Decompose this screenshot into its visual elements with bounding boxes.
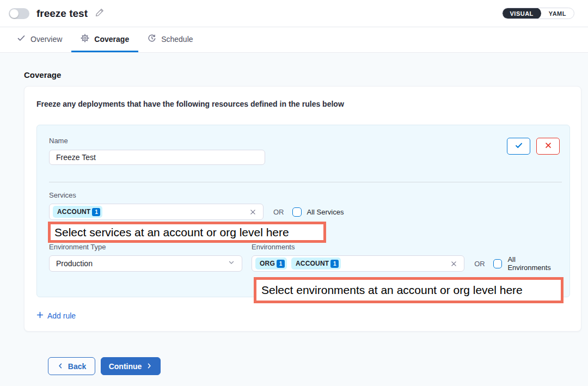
freeze-rule-card: Name: [36, 125, 570, 297]
rule-divider: [49, 182, 562, 182]
clear-services-icon[interactable]: [249, 209, 256, 216]
rule-name-input[interactable]: [49, 150, 265, 165]
or-separator: OR: [273, 208, 284, 216]
continue-label: Continue: [109, 362, 142, 371]
count-badge: 1: [92, 208, 100, 216]
freeze-studio-page: freeze test VISUAL YAML Overview Coverag…: [0, 0, 588, 386]
tab-label: Coverage: [94, 35, 129, 44]
chevron-right-icon: [146, 362, 152, 371]
name-label: Name: [49, 137, 265, 145]
environment-row: Environment Type Production Environments: [49, 243, 560, 272]
pencil-icon: [95, 8, 105, 20]
all-services-checkbox-group[interactable]: All Services: [292, 207, 344, 217]
environments-label: Environments: [252, 243, 560, 251]
gear-icon: [81, 34, 89, 44]
back-button[interactable]: Back: [48, 357, 95, 375]
back-label: Back: [68, 362, 86, 371]
freeze-enable-toggle[interactable]: [9, 8, 29, 19]
check-icon: [17, 34, 26, 44]
services-block: Services ACCOUNT 1 OR: [49, 191, 560, 220]
tab-label: Schedule: [161, 35, 193, 44]
add-rule-label: Add rule: [47, 311, 76, 320]
clear-environments-icon[interactable]: [450, 260, 457, 267]
environments-tag-org[interactable]: ORG 1: [255, 258, 287, 269]
count-badge: 1: [330, 260, 339, 268]
environments-group: Environments ORG 1 ACCOUNT 1: [252, 243, 560, 272]
environment-type-label: Environment Type: [49, 243, 242, 251]
environments-row: ORG 1 ACCOUNT 1: [252, 255, 560, 272]
toggle-knob: [10, 9, 19, 18]
environments-multiselect[interactable]: ORG 1 ACCOUNT 1: [252, 255, 464, 272]
tab-label: Overview: [30, 35, 62, 44]
services-tag-account[interactable]: ACCOUNT 1: [53, 206, 102, 218]
visual-yaml-toggle: VISUAL YAML: [502, 8, 575, 19]
page-title: freeze test: [36, 8, 88, 20]
services-row: ACCOUNT 1 OR All Services: [49, 204, 560, 220]
coverage-description: Freeze any deployments that have the fol…: [36, 100, 569, 108]
environments-tag-account[interactable]: ACCOUNT 1: [291, 258, 341, 269]
visual-toggle-button[interactable]: VISUAL: [503, 8, 541, 19]
services-annotation-callout: Select services at an account or org lev…: [48, 222, 326, 243]
confirm-rule-button[interactable]: [507, 138, 530, 155]
rule-confirm-buttons: [507, 138, 560, 155]
tab-coverage[interactable]: Coverage: [71, 27, 138, 52]
edit-title-button[interactable]: [95, 8, 105, 20]
environment-type-value: Production: [56, 259, 93, 268]
environment-type-select[interactable]: Production: [49, 255, 242, 272]
or-separator: OR: [474, 260, 485, 268]
plus-icon: [36, 311, 44, 320]
environments-annotation-callout: Select environments at an account or org…: [254, 277, 564, 303]
all-services-checkbox[interactable]: [292, 207, 302, 217]
name-field-group: Name: [49, 137, 265, 165]
coverage-section-title: Coverage: [24, 70, 581, 79]
environment-type-group: Environment Type Production: [49, 243, 242, 272]
all-environments-checkbox-group[interactable]: All Environments: [493, 255, 560, 272]
header: freeze test VISUAL YAML: [0, 0, 588, 27]
services-multiselect[interactable]: ACCOUNT 1: [49, 204, 264, 220]
footer-actions: Back Continue: [48, 357, 581, 375]
close-icon: [544, 142, 552, 151]
schedule-clock-icon: [148, 34, 156, 44]
yaml-toggle-button[interactable]: YAML: [541, 8, 574, 19]
tab-schedule[interactable]: Schedule: [138, 27, 202, 52]
services-label: Services: [49, 191, 560, 199]
add-rule-button[interactable]: Add rule: [36, 311, 76, 320]
check-icon: [514, 141, 523, 152]
tab-overview[interactable]: Overview: [8, 27, 71, 52]
all-services-label: All Services: [307, 208, 344, 216]
all-environments-checkbox[interactable]: [493, 259, 503, 268]
delete-rule-button[interactable]: [536, 138, 560, 155]
all-environments-label: All Environments: [507, 255, 560, 272]
continue-button[interactable]: Continue: [101, 357, 161, 375]
chevron-down-icon: [228, 259, 235, 268]
count-badge: 1: [277, 260, 285, 268]
tab-bar: Overview Coverage Schedule: [0, 27, 588, 53]
rule-top-row: Name: [49, 137, 560, 165]
chevron-left-icon: [57, 362, 64, 371]
